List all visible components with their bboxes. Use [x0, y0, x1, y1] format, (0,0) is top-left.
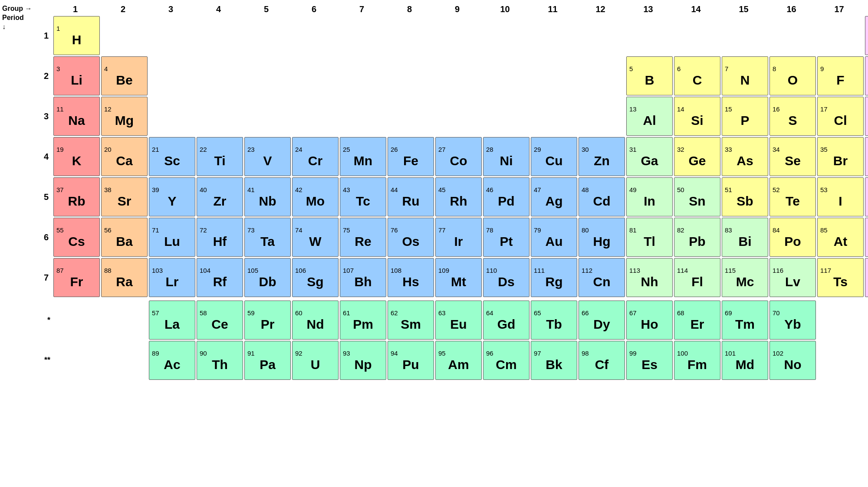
element-symbol: H	[72, 33, 82, 47]
group-label-4: 4	[195, 4, 242, 14]
element-Pa: 91Pa	[244, 341, 291, 380]
element-Ce: 58Ce	[197, 301, 243, 340]
element-Rg: 111Rg	[531, 258, 577, 297]
element-Tc: 43Tc	[340, 177, 386, 216]
element-Y: 39Y	[149, 177, 195, 216]
atomic-number: 104	[197, 267, 210, 275]
element-Zr: 40Zr	[197, 177, 243, 216]
element-Tm: 69Tm	[722, 301, 768, 340]
atomic-number: 52	[770, 186, 780, 194]
atomic-number: 83	[722, 226, 732, 234]
atomic-number: 112	[579, 267, 592, 275]
group-label-11: 11	[529, 4, 576, 14]
period-row-5: 537Rb38Sr39Y40Zr41Nb42Mo43Tc44Ru45Rh46Pd…	[2, 177, 866, 216]
spacer	[769, 16, 816, 55]
element-symbol: Cm	[496, 357, 516, 372]
table-container: 12345678910111213141516171811H18He23Li4B…	[2, 4, 866, 380]
element-Ra: 88Ra	[101, 258, 148, 297]
period-row-3: 311Na12Mg13Al14Si15P16S17Cl18Ar	[2, 97, 866, 136]
element-Cl: 17Cl	[817, 97, 864, 136]
period-label-1: 1	[28, 31, 52, 41]
element-Gd: 64Gd	[483, 301, 529, 340]
element-symbol: Cu	[546, 154, 563, 168]
period-row-4: 419K20Ca21Sc22Ti23V24Cr25Mn26Fe27Co28Ni2…	[2, 137, 866, 176]
spacer	[101, 16, 148, 55]
spacer	[53, 341, 100, 380]
element-Hf: 72Hf	[197, 218, 243, 257]
atomic-number: 71	[149, 226, 159, 234]
atomic-number: 21	[149, 146, 159, 154]
element-symbol: P	[740, 113, 749, 127]
element-symbol: Cs	[68, 234, 85, 248]
element-Cu: 29Cu	[531, 137, 577, 176]
spacer	[101, 301, 148, 340]
atomic-number: 29	[531, 146, 541, 154]
element-Lr: 103Lr	[149, 258, 195, 297]
element-Br: 35Br	[817, 137, 864, 176]
element-Mt: 109Mt	[435, 258, 482, 297]
element-symbol: Te	[786, 194, 800, 208]
element-symbol: V	[263, 154, 272, 168]
element-symbol: Pa	[260, 357, 276, 372]
element-symbol: Md	[736, 357, 754, 372]
element-Ir: 77Ir	[435, 218, 482, 257]
atomic-number: 86	[865, 226, 868, 234]
group-label-6: 6	[291, 4, 337, 14]
period-label-7: 7	[28, 273, 52, 283]
element-symbol: Ts	[833, 275, 848, 289]
element-Sr: 38Sr	[101, 177, 148, 216]
actinide-prefix: **	[28, 356, 52, 365]
element-symbol: Re	[355, 234, 371, 248]
atomic-number: 76	[388, 226, 398, 234]
atomic-number: 36	[865, 146, 868, 154]
element-symbol: Ra	[116, 275, 132, 289]
element-symbol: Rh	[450, 194, 467, 208]
atomic-number: 99	[627, 350, 637, 357]
element-P: 15P	[722, 97, 768, 136]
atomic-number: 79	[531, 226, 541, 234]
element-symbol: Nd	[307, 317, 324, 331]
atomic-number: 113	[627, 267, 640, 275]
actinide-row: **89Ac90Th91Pa92U93Np94Pu95Am96Cm97Bk98C…	[2, 341, 866, 380]
element-symbol: Tl	[644, 234, 655, 248]
atomic-number: 70	[770, 309, 780, 317]
period-label-6: 6	[28, 232, 52, 242]
atomic-number: 18	[865, 25, 868, 33]
atomic-number: 40	[197, 186, 207, 194]
period-row-1: 11H18He	[2, 16, 866, 55]
element-Ge: 32Ge	[674, 137, 720, 176]
element-symbol: Co	[450, 154, 467, 168]
element-symbol: Si	[691, 113, 703, 127]
group-label-8: 8	[386, 4, 433, 14]
atomic-number: 10	[865, 65, 868, 73]
group-label-12: 12	[577, 4, 624, 14]
element-In: 49In	[626, 177, 673, 216]
dblock-spacer	[149, 56, 625, 95]
element-symbol: Hg	[593, 234, 611, 248]
atomic-number: 38	[102, 186, 112, 194]
element-symbol: Bk	[546, 357, 562, 372]
element-Cn: 112Cn	[579, 258, 625, 297]
element-V: 23V	[244, 137, 291, 176]
element-Rf: 104Rf	[197, 258, 243, 297]
element-symbol: Sg	[307, 275, 323, 289]
element-symbol: Ho	[641, 317, 658, 331]
atomic-number: 44	[388, 186, 398, 194]
element-symbol: Au	[546, 234, 563, 248]
group-label-5: 5	[243, 4, 289, 14]
atomic-number: 22	[197, 146, 207, 154]
element-Sn: 50Sn	[674, 177, 720, 216]
element-symbol: Zr	[214, 194, 227, 208]
element-Au: 79Au	[531, 218, 577, 257]
element-Ba: 56Ba	[101, 218, 148, 257]
element-Al: 13Al	[626, 97, 673, 136]
element-Po: 84Po	[769, 218, 816, 257]
element-F: 9F	[817, 56, 864, 95]
element-symbol: Sc	[164, 154, 180, 168]
element-Zn: 30Zn	[579, 137, 625, 176]
spacer	[626, 16, 673, 55]
element-Rh: 45Rh	[435, 177, 482, 216]
atomic-number: 64	[483, 309, 493, 317]
element-symbol: Th	[212, 357, 228, 372]
element-Yb: 70Yb	[769, 301, 816, 340]
